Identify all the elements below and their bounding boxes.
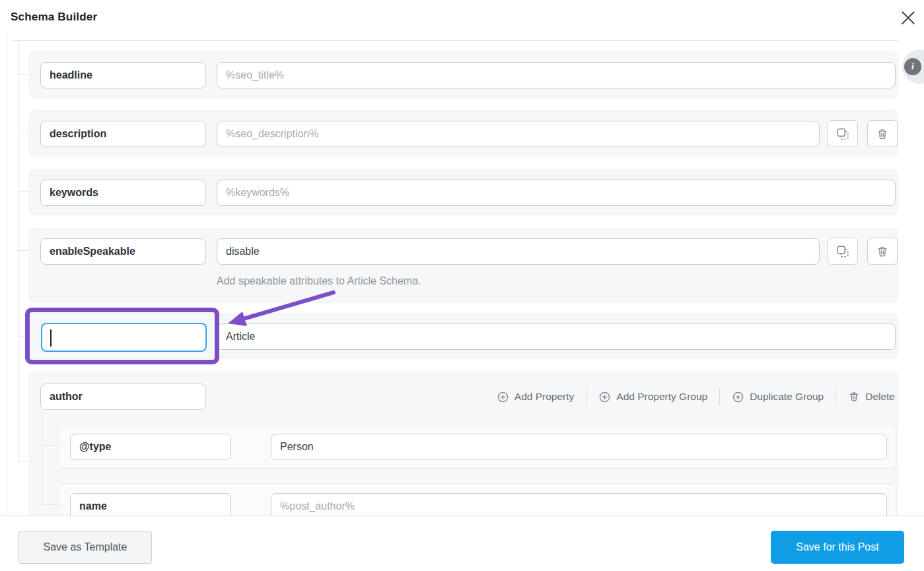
- property-key-input[interactable]: [40, 121, 206, 147]
- add-property-group-label: Add Property Group: [616, 391, 707, 403]
- duplicate-property-button[interactable]: [828, 238, 858, 265]
- property-value-input[interactable]: [271, 434, 887, 460]
- delete-group-label: Delete: [865, 391, 895, 403]
- group-actions-toolbar: Add Property Add Property Group Duplicat…: [497, 384, 895, 410]
- property-row-keywords: [29, 169, 898, 215]
- duplicate-group-button[interactable]: Duplicate Group: [732, 391, 824, 403]
- property-row-description: [29, 110, 898, 156]
- duplicate-property-button[interactable]: [828, 120, 858, 147]
- tree-stub-keywords: [18, 191, 29, 192]
- toolbar-divider: [835, 388, 836, 405]
- property-key-input[interactable]: [70, 434, 231, 460]
- group-key-input[interactable]: [40, 384, 206, 410]
- delete-group-button[interactable]: Delete: [848, 391, 895, 403]
- property-help-text: Add speakable attributes to Article Sche…: [217, 275, 421, 287]
- tree-stub-name: [42, 504, 58, 505]
- save-as-template-button[interactable]: Save as Template: [18, 531, 152, 564]
- property-value-input[interactable]: [217, 323, 896, 350]
- duplicate-group-label: Duplicate Group: [750, 391, 824, 403]
- tree-stub-enablespeakable: [18, 250, 29, 251]
- tree-stub-headline: [18, 74, 29, 75]
- save-for-this-post-button[interactable]: Save for this Post: [771, 531, 904, 564]
- property-key-input[interactable]: [40, 238, 206, 265]
- property-value-input[interactable]: [217, 62, 896, 88]
- plus-circle-icon: [732, 391, 744, 403]
- toolbar-divider: [586, 388, 586, 405]
- delete-property-button[interactable]: [867, 120, 898, 147]
- add-property-button[interactable]: Add Property: [497, 391, 574, 403]
- copy-icon: [835, 127, 850, 141]
- text-caret: [50, 329, 52, 347]
- tree-stub-author-group: [18, 461, 29, 462]
- add-property-group-button[interactable]: Add Property Group: [598, 391, 707, 403]
- tree-stub-description: [18, 133, 29, 133]
- property-row-type: [59, 424, 896, 469]
- property-key-input[interactable]: [40, 62, 206, 88]
- tree-line-root: [7, 32, 7, 516]
- plus-circle-icon: [598, 391, 611, 403]
- add-property-label: Add Property: [515, 391, 574, 403]
- trash-icon: [848, 391, 860, 403]
- delete-property-button[interactable]: [867, 238, 898, 265]
- schema-builder-modal: Schema Builder i: [0, 0, 924, 571]
- info-icon[interactable]: i: [904, 58, 921, 75]
- tree-stub-type: [42, 445, 58, 446]
- property-key-input-focused[interactable]: [41, 323, 207, 352]
- trash-icon: [876, 127, 889, 141]
- property-value-input[interactable]: [217, 180, 896, 206]
- modal-title: Schema Builder: [11, 11, 97, 24]
- plus-circle-icon: [497, 391, 509, 403]
- toolbar-divider: [719, 388, 720, 405]
- tree-stub-new-property: [18, 336, 25, 337]
- copy-icon: [835, 244, 850, 259]
- tree-line-clipped-row: [12, 40, 898, 41]
- modal-footer: Save as Template Save for this Post: [0, 516, 924, 571]
- tree-line-author-children: [42, 410, 42, 505]
- trash-icon: [876, 245, 889, 258]
- property-value-input[interactable]: [217, 238, 820, 265]
- property-row-enablespeakable: Add speakable attributes to Article Sche…: [29, 228, 898, 303]
- close-icon[interactable]: [896, 5, 921, 30]
- property-row-headline: [29, 51, 898, 98]
- property-value-input[interactable]: [217, 121, 820, 147]
- tree-line-level1: [18, 40, 18, 462]
- modal-header: Schema Builder: [0, 0, 924, 32]
- property-group-author: Add Property Add Property Group Duplicat…: [29, 372, 898, 527]
- property-key-input[interactable]: [40, 180, 206, 206]
